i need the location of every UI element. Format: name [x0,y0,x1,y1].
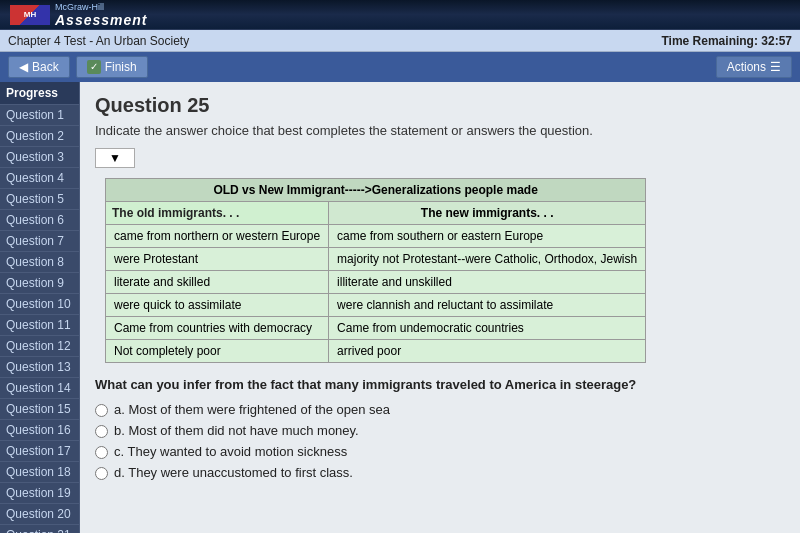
answer-radio-d[interactable] [95,467,108,480]
answer-radio-b[interactable] [95,425,108,438]
sidebar-item-8[interactable]: Question 8 [0,252,79,273]
new-immigrants-header: The new immigrants. . . [329,202,646,225]
sidebar-item-14[interactable]: Question 14 [0,378,79,399]
sidebar-item-10[interactable]: Question 10 [0,294,79,315]
timer-value: 32:57 [761,34,792,48]
sidebar-item-3[interactable]: Question 3 [0,147,79,168]
sidebar-item-2[interactable]: Question 2 [0,126,79,147]
actions-button[interactable]: Actions ☰ [716,56,792,78]
question-text: What can you infer from the fact that ma… [95,377,785,392]
table-cell-new-2: illiterate and unskilled [329,271,646,294]
sidebar-item-1[interactable]: Question 1 [0,105,79,126]
timer-label: Time Remaining: [661,34,757,48]
table-row: came from northern or western Europecame… [106,225,646,248]
progress-header: Progress [0,82,79,105]
answer-option-c[interactable]: c. They wanted to avoid motion sickness [95,444,785,459]
table-cell-old-3: were quick to assimilate [106,294,329,317]
sidebar-item-4[interactable]: Question 4 [0,168,79,189]
table-cell-old-1: were Protestant [106,248,329,271]
question-instruction: Indicate the answer choice that best com… [95,123,785,138]
chapter-title: Chapter 4 Test - An Urban Society [8,34,189,48]
sidebar-item-13[interactable]: Question 13 [0,357,79,378]
question-title: Question 25 [95,94,785,117]
sidebar: Progress Question 1Question 2Question 3Q… [0,82,80,533]
table-cell-new-0: came from southern or eastern Europe [329,225,646,248]
back-button[interactable]: ◀ Back [8,56,70,78]
sidebar-items: Question 1Question 2Question 3Question 4… [0,105,79,533]
sidebar-item-17[interactable]: Question 17 [0,441,79,462]
back-label: Back [32,60,59,74]
dropdown-arrow-icon: ▼ [109,151,121,165]
chapter-bar: Chapter 4 Test - An Urban Society Time R… [0,30,800,52]
top-header-bar: MH McGraw-Hill Assessment [0,0,800,30]
table-row: were Protestantmajority not Protestant--… [106,248,646,271]
nav-bar: ◀ Back ✓ Finish Actions ☰ [0,52,800,82]
table-top-row: OLD vs New Immigrant----->Generalization… [106,179,646,202]
table-cell-new-4: Came from undemocratic countries [329,317,646,340]
brand-bottom: Assessment [55,12,148,28]
sidebar-item-19[interactable]: Question 19 [0,483,79,504]
dropdown-button[interactable]: ▼ [95,148,135,168]
logo-area: MH McGraw-Hill Assessment [10,2,148,28]
sidebar-item-6[interactable]: Question 6 [0,210,79,231]
answer-option-d[interactable]: d. They were unaccustomed to first class… [95,465,785,480]
finish-button[interactable]: ✓ Finish [76,56,148,78]
content-area: Question 25 Indicate the answer choice t… [80,82,800,533]
answer-label-a: a. Most of them were frightened of the o… [114,402,390,417]
table-body: came from northern or western Europecame… [106,225,646,363]
table-row: were quick to assimilatewere clannish an… [106,294,646,317]
table-cell-new-5: arrived poor [329,340,646,363]
nav-left: ◀ Back ✓ Finish [8,56,148,78]
answer-radio-c[interactable] [95,446,108,459]
finish-label: Finish [105,60,137,74]
table-row: Not completely poorarrived poor [106,340,646,363]
brand-name: McGraw-Hill Assessment [55,2,148,28]
answer-label-d: d. They were unaccustomed to first class… [114,465,353,480]
sidebar-item-16[interactable]: Question 16 [0,420,79,441]
finish-check-icon: ✓ [87,60,101,74]
answer-option-a[interactable]: a. Most of them were frightened of the o… [95,402,785,417]
dropdown-area[interactable]: ▼ [95,148,785,168]
main-layout: Progress Question 1Question 2Question 3Q… [0,82,800,533]
table-cell-old-0: came from northern or western Europe [106,225,329,248]
sidebar-item-9[interactable]: Question 9 [0,273,79,294]
back-arrow-icon: ◀ [19,60,28,74]
comparison-table: OLD vs New Immigrant----->Generalization… [105,178,646,363]
answer-radio-a[interactable] [95,404,108,417]
answer-label-b: b. Most of them did not have much money. [114,423,359,438]
answer-option-b[interactable]: b. Most of them did not have much money. [95,423,785,438]
sidebar-item-7[interactable]: Question 7 [0,231,79,252]
actions-label: Actions [727,60,766,74]
old-immigrants-header: The old immigrants. . . [106,202,329,225]
table-column-headers: The old immigrants. . . The new immigran… [106,202,646,225]
table-row: Came from countries with democracyCame f… [106,317,646,340]
table-cell-old-2: literate and skilled [106,271,329,294]
timer: Time Remaining: 32:57 [661,34,792,48]
sidebar-item-18[interactable]: Question 18 [0,462,79,483]
mcgrawhill-logo: MH [10,5,50,25]
answer-label-c: c. They wanted to avoid motion sickness [114,444,347,459]
sidebar-item-20[interactable]: Question 20 [0,504,79,525]
table-cell-new-3: were clannish and reluctant to assimilat… [329,294,646,317]
table-row: literate and skilledilliterate and unski… [106,271,646,294]
sidebar-item-15[interactable]: Question 15 [0,399,79,420]
brand-top: McGraw-Hill [55,2,148,12]
table-cell-new-1: majority not Protestant--were Catholic, … [329,248,646,271]
table-main-header: OLD vs New Immigrant----->Generalization… [106,179,646,202]
actions-menu-icon: ☰ [770,60,781,74]
answer-options: a. Most of them were frightened of the o… [95,402,785,480]
sidebar-item-12[interactable]: Question 12 [0,336,79,357]
sidebar-item-5[interactable]: Question 5 [0,189,79,210]
table-cell-old-4: Came from countries with democracy [106,317,329,340]
sidebar-item-21[interactable]: Question 21 [0,525,79,533]
sidebar-item-11[interactable]: Question 11 [0,315,79,336]
table-cell-old-5: Not completely poor [106,340,329,363]
